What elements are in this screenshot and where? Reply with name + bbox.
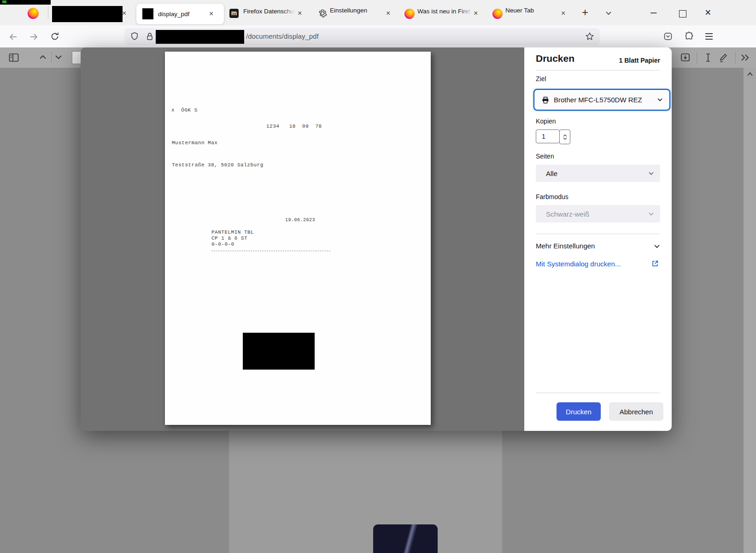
screen-edge-indicator <box>2 0 6 3</box>
toolbar-separator <box>51 52 52 63</box>
doc-checkbox-line: x ÖGK S <box>171 107 198 113</box>
previous-page-icon[interactable] <box>39 54 47 60</box>
stepper-down-icon <box>563 137 567 140</box>
next-page-icon[interactable] <box>54 54 63 60</box>
doc-date: 19.06.2023 <box>285 218 315 223</box>
chevron-down-icon[interactable] <box>654 244 660 248</box>
pages-value: Alle <box>546 170 557 177</box>
tab-favicon-m: m <box>229 9 239 18</box>
pages-label: Seiten <box>536 153 554 160</box>
forward-icon[interactable] <box>29 32 39 42</box>
new-tab-button[interactable]: + <box>582 6 588 19</box>
close-icon[interactable]: × <box>122 10 126 17</box>
document-logo-fragment <box>373 524 438 553</box>
tab-display-pdf[interactable]: display_pdf × <box>136 4 224 24</box>
tab-label: display_pdf <box>158 11 189 18</box>
copies-input[interactable] <box>536 129 560 143</box>
close-icon[interactable]: × <box>209 10 213 18</box>
tab-firefox-datenschutz[interactable]: Firefox Datenschut <box>243 7 295 15</box>
pocket-save-icon[interactable] <box>663 32 673 41</box>
scroll-up-icon[interactable] <box>747 72 753 76</box>
tab-favicon-redacted <box>142 8 153 19</box>
window-minimize-button[interactable]: – <box>651 6 656 18</box>
tab-was-ist-neu[interactable]: Was ist neu in Firef <box>417 7 472 15</box>
firefox-pinned-tab-icon[interactable] <box>28 8 39 19</box>
screen-edge-redaction <box>0 0 51 5</box>
reload-icon[interactable] <box>50 31 60 41</box>
bookmark-star-icon[interactable] <box>585 32 594 41</box>
navigation-toolbar: /documents/display_pdf <box>0 25 756 48</box>
url-host-redaction <box>156 30 244 44</box>
doc-address: Teststraße 38, 5020 Salzburg <box>172 162 264 168</box>
tab-separator <box>48 6 48 19</box>
text-select-icon[interactable] <box>703 52 713 63</box>
divider <box>536 393 660 393</box>
doc-medication: PANTELMIN TBL <box>211 229 254 235</box>
close-icon[interactable]: × <box>386 10 390 17</box>
printer-icon <box>541 96 550 104</box>
dialog-title: Drucken <box>536 53 574 64</box>
chevron-down-icon <box>648 171 654 176</box>
save-download-icon[interactable] <box>680 52 691 63</box>
doc-dosage-scheme: 0-0-0-0 <box>211 241 234 247</box>
close-icon[interactable]: × <box>561 10 565 17</box>
copies-stepper[interactable] <box>559 129 570 144</box>
doc-insurance-number: 1234 18 09 78 <box>266 124 322 129</box>
tab-einstellungen[interactable]: Einstellungen <box>330 7 367 14</box>
print-preview-area: x ÖGK S 1234 18 09 78 Mustermann Max Tes… <box>81 47 524 431</box>
gear-icon <box>318 9 327 18</box>
hamburger-menu-icon[interactable] <box>704 32 714 41</box>
firefox-favicon <box>492 9 503 19</box>
more-tools-icon[interactable] <box>740 53 751 62</box>
tab-list-chevron-icon[interactable] <box>605 11 612 15</box>
sheet-count: 1 Blatt Papier <box>619 57 660 64</box>
url-path: /documents/display_pdf <box>246 32 319 40</box>
window-maximize-button[interactable] <box>679 10 686 18</box>
document-preview-page: x ÖGK S 1234 18 09 78 Mustermann Max Tes… <box>165 52 431 425</box>
print-preview-dialog: x ÖGK S 1234 18 09 78 Mustermann Max Tes… <box>81 47 672 431</box>
close-icon[interactable]: × <box>474 10 478 17</box>
color-mode-value: Schwarz-weiß <box>546 210 589 218</box>
copies-control <box>536 129 570 144</box>
doc-patient-name: Mustermann Max <box>172 140 217 146</box>
divider <box>536 70 660 71</box>
copies-label: Kopien <box>536 118 556 125</box>
vertical-scrollbar[interactable] <box>743 68 756 553</box>
color-mode-select[interactable]: Schwarz-weiß <box>536 205 660 223</box>
chevron-down-icon <box>657 98 663 102</box>
color-mode-label: Farbmodus <box>536 193 568 200</box>
draw-pen-icon[interactable] <box>718 52 730 64</box>
extensions-puzzle-icon[interactable] <box>684 31 694 41</box>
close-icon[interactable]: × <box>298 10 302 17</box>
toolbar-separator <box>735 52 736 63</box>
chevron-down-icon <box>648 212 654 216</box>
doc-signature-redaction <box>243 333 315 370</box>
toolbar-separator <box>697 52 697 63</box>
print-button[interactable]: Drucken <box>557 402 601 421</box>
back-icon[interactable] <box>8 32 18 42</box>
cancel-button[interactable]: Abbrechen <box>609 402 663 421</box>
sidebar-toggle-icon[interactable] <box>8 53 19 63</box>
divider <box>536 234 660 234</box>
more-settings-toggle[interactable]: Mehr Einstellungen <box>536 242 595 250</box>
external-link-icon[interactable] <box>651 260 659 267</box>
tracking-shield-icon[interactable] <box>130 32 139 41</box>
window-close-button[interactable]: × <box>705 6 711 19</box>
system-dialog-link[interactable]: Mit Systemdialog drucken... <box>536 260 621 268</box>
tab-redacted[interactable] <box>52 6 123 22</box>
tab-bar: × display_pdf × m Firefox Datenschut × E… <box>0 0 756 25</box>
stepper-up-icon <box>563 134 567 137</box>
lock-icon[interactable] <box>145 32 154 41</box>
doc-pack-size: CP 1 à 6 ST <box>211 235 247 241</box>
print-settings-panel: Drucken 1 Blatt Papier Ziel Brother MFC-… <box>524 47 672 431</box>
destination-label: Ziel <box>536 75 546 82</box>
pages-select[interactable]: Alle <box>536 165 660 182</box>
tab-label: Firefox Datenschut <box>243 8 295 15</box>
firefox-favicon <box>404 9 415 19</box>
tab-label: Was ist neu in Firef <box>417 8 470 15</box>
printer-select[interactable]: Brother MFC-L5750DW REZ <box>533 89 670 111</box>
doc-dashed-separator <box>211 251 330 251</box>
printer-name: Brother MFC-L5750DW REZ <box>554 96 642 104</box>
url-bar[interactable]: /documents/display_pdf <box>124 28 600 45</box>
tab-neuer-tab[interactable]: Neuer Tab <box>505 7 534 14</box>
